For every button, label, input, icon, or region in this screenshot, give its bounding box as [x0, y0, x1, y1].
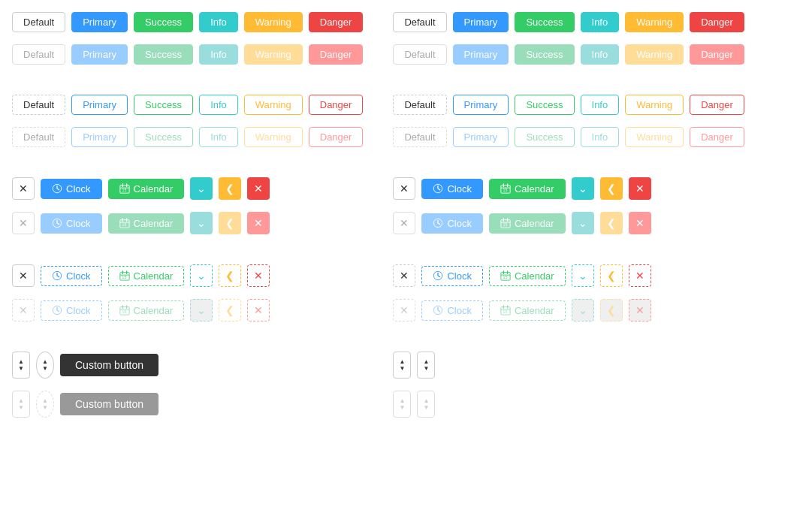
r-clock-primary-dashed-btn[interactable]: Clock — [421, 266, 483, 286]
calendar-success-disabled-btn: 15 Calendar — [108, 213, 185, 234]
r-close-default-dashed-btn[interactable]: ✕ — [393, 264, 415, 287]
info-solid-btn[interactable]: Info — [199, 12, 238, 32]
r-close-default-disabled-icon-btn: ✕ — [393, 212, 415, 234]
calendar-dashed-disabled-icon: 15 — [119, 305, 130, 315]
r-danger-outline-btn[interactable]: Danger — [690, 95, 744, 115]
spinner-active-btn[interactable]: ▲ ▼ — [12, 352, 30, 379]
r-icon-dashed-disabled-row: ✕ Clock 15 Calendar ⌄ ❮ ✕ — [393, 299, 744, 321]
r-solid-active-row: Default Primary Success Info Warning Dan… — [393, 12, 744, 32]
r-info-solid-btn[interactable]: Info — [581, 12, 620, 32]
spinner-circle-active-btn[interactable]: ▲ ▼ — [36, 352, 54, 379]
r-outline-active-row: Default Primary Success Info Warning Dan… — [393, 95, 744, 115]
close-default-dashed-btn[interactable]: ✕ — [12, 264, 35, 287]
clock-primary-btn[interactable]: Clock — [41, 179, 102, 199]
clock-primary-dashed-disabled-btn: Clock — [41, 300, 102, 321]
warning-outline-btn[interactable]: Warning — [244, 95, 303, 115]
svg-text:15: 15 — [122, 222, 126, 227]
default-solid-btn[interactable]: Default — [12, 12, 65, 32]
r-clock-icon-disabled — [433, 218, 443, 228]
r-warning-outline-btn[interactable]: Warning — [625, 95, 684, 115]
r-default-outline-disabled-btn: Default — [393, 127, 446, 147]
close-default-icon-btn[interactable]: ✕ — [12, 177, 35, 200]
r-warning-outline-disabled-btn: Warning — [625, 127, 684, 147]
r-danger-solid-disabled-btn: Danger — [690, 44, 744, 65]
info-outline-btn[interactable]: Info — [199, 95, 238, 115]
icon-solid-disabled-row: ✕ Clock 15 Calendar ⌄ ❮ ✕ — [12, 212, 363, 234]
r-chevron-down-info-disabled-icon-btn: ⌄ — [572, 212, 594, 234]
r-spinner1-disabled-down-icon: ▼ — [399, 405, 405, 411]
primary-solid-btn[interactable]: Primary — [71, 12, 128, 32]
r-warning-solid-disabled-btn: Warning — [625, 44, 684, 65]
spinner-circle-disabled-up-icon: ▲ — [42, 398, 48, 404]
danger-solid-btn[interactable]: Danger — [309, 12, 364, 32]
r-default-outline-btn[interactable]: Default — [393, 95, 446, 115]
default-outline-btn[interactable]: Default — [12, 95, 65, 115]
svg-text:15: 15 — [122, 275, 126, 279]
close-danger-dashed-btn[interactable]: ✕ — [247, 264, 270, 287]
r-clock-primary-btn[interactable]: Clock — [421, 179, 483, 199]
success-solid-btn[interactable]: Success — [134, 12, 193, 32]
warning-solid-btn[interactable]: Warning — [244, 12, 303, 32]
r-success-solid-btn[interactable]: Success — [515, 12, 574, 32]
r-calendar-dashed-disabled-icon: 15 — [500, 305, 511, 315]
r-warning-solid-btn[interactable]: Warning — [625, 12, 684, 32]
chevron-left-warning-dashed-disabled-btn: ❮ — [219, 299, 241, 321]
spinner-circle-disabled-down-icon: ▼ — [42, 405, 48, 411]
r-spinner2-disabled-up-icon: ▲ — [423, 398, 429, 404]
close-danger-icon-btn[interactable]: ✕ — [247, 177, 270, 200]
chevron-down-info-dashed-btn[interactable]: ⌄ — [190, 264, 213, 287]
r-spinner1-up-icon: ▲ — [399, 359, 405, 365]
r-close-danger-icon-btn[interactable]: ✕ — [629, 177, 651, 200]
primary-outline-btn[interactable]: Primary — [71, 95, 128, 115]
svg-text:15: 15 — [503, 222, 507, 227]
r-close-default-icon-btn[interactable]: ✕ — [393, 177, 415, 200]
r-calendar-dashed-icon: 15 — [500, 270, 511, 281]
r-info-outline-disabled-btn: Info — [581, 127, 620, 147]
r-chevron-left-warning-dashed-btn[interactable]: ❮ — [600, 264, 623, 287]
r-chevron-down-info-dashed-btn[interactable]: ⌄ — [572, 264, 594, 287]
r-chevron-left-warning-icon-btn[interactable]: ❮ — [600, 177, 623, 200]
r-spinner2-active-btn[interactable]: ▲ ▼ — [417, 352, 435, 379]
svg-text:15: 15 — [503, 275, 507, 279]
r-close-danger-dashed-btn[interactable]: ✕ — [629, 264, 651, 287]
r-calendar-success-dashed-disabled-btn: 15 Calendar — [489, 300, 566, 321]
clock-primary-dashed-btn[interactable]: Clock — [41, 266, 102, 286]
spinner-custom-disabled-row: ▲ ▼ ▲ ▼ Custom button — [12, 391, 363, 418]
chevron-left-warning-icon-btn[interactable]: ❮ — [219, 177, 241, 200]
chevron-left-warning-dashed-btn[interactable]: ❮ — [219, 264, 241, 287]
r-calendar-success-btn[interactable]: 15 Calendar — [489, 179, 566, 199]
r-chevron-down-info-icon-btn[interactable]: ⌄ — [572, 177, 594, 200]
r-default-solid-btn[interactable]: Default — [393, 12, 446, 32]
r-calendar-success-dashed-btn[interactable]: 15 Calendar — [489, 266, 566, 286]
calendar-success-dashed-btn[interactable]: 15 Calendar — [108, 266, 185, 286]
r-clock-dashed-disabled-icon — [433, 305, 443, 315]
icon-dashed-disabled-row: ✕ Clock 15 Calendar ⌄ ❮ ✕ — [12, 299, 363, 321]
chevron-down-info-icon-btn[interactable]: ⌄ — [190, 177, 213, 200]
spinner-disabled-btn: ▲ ▼ — [12, 391, 30, 418]
custom-gray-btn[interactable]: Custom button — [60, 393, 158, 415]
r-primary-outline-btn[interactable]: Primary — [453, 95, 509, 115]
success-outline-btn[interactable]: Success — [134, 95, 193, 115]
calendar-success-btn[interactable]: 15 Calendar — [108, 179, 185, 199]
r-info-outline-btn[interactable]: Info — [581, 95, 620, 115]
r-clock-primary-disabled-btn: Clock — [421, 213, 483, 234]
r-chevron-left-warning-disabled-icon-btn: ❮ — [600, 212, 623, 234]
r-success-outline-btn[interactable]: Success — [515, 95, 574, 115]
r-danger-solid-btn[interactable]: Danger — [690, 12, 744, 32]
icon-solid-active-row: ✕ Clock 15 Calendar ⌄ ❮ ✕ — [12, 177, 363, 200]
r-clock-primary-dashed-disabled-btn: Clock — [421, 300, 483, 321]
r-spinner1-active-btn[interactable]: ▲ ▼ — [393, 352, 411, 379]
spinner-disabled-up-icon: ▲ — [18, 398, 24, 404]
custom-dark-btn[interactable]: Custom button — [60, 354, 158, 376]
danger-outline-btn[interactable]: Danger — [309, 95, 364, 115]
r-spinner2-up-icon: ▲ — [423, 359, 429, 365]
spinner-circle-up-icon: ▲ — [42, 359, 48, 365]
danger-solid-disabled-btn: Danger — [309, 44, 364, 65]
r-primary-solid-btn[interactable]: Primary — [453, 12, 509, 32]
svg-text:15: 15 — [122, 309, 126, 314]
close-danger-disabled-icon-btn: ✕ — [247, 212, 270, 234]
r-close-default-dashed-disabled-btn: ✕ — [393, 299, 415, 321]
spinner-down-icon: ▼ — [18, 366, 24, 372]
success-outline-disabled-btn: Success — [134, 127, 193, 147]
outline-active-row: Default Primary Success Info Warning Dan… — [12, 95, 363, 115]
